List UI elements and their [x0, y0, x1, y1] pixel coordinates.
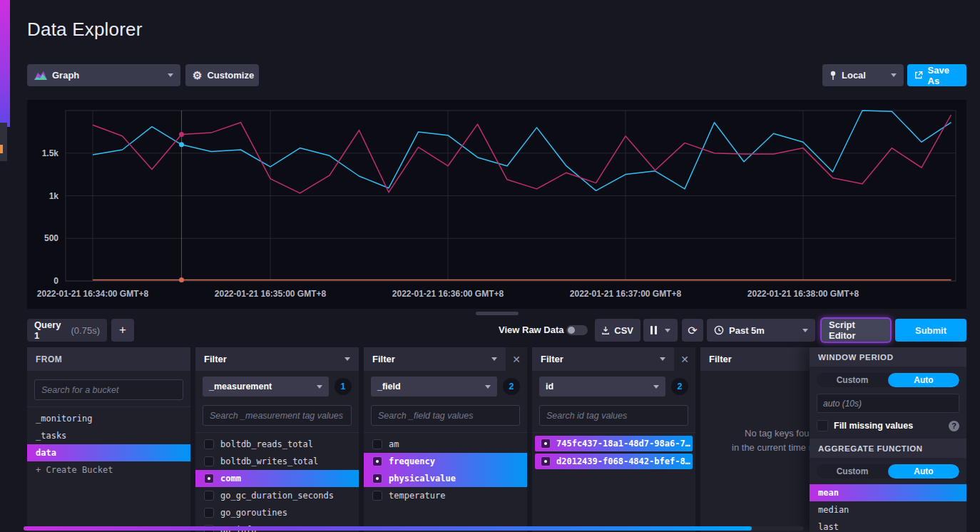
- help-icon[interactable]: ?: [949, 421, 959, 431]
- measurement-list: boltdb_reads_total boltdb_writes_total c…: [195, 432, 359, 532]
- tag-value-item[interactable]: temperature: [364, 487, 527, 504]
- auto-option-selected[interactable]: Auto: [888, 373, 959, 387]
- fill-missing-checkbox[interactable]: [817, 420, 828, 431]
- tag-key-dropdown[interactable]: id: [539, 377, 665, 397]
- script-editor-button[interactable]: Script Editor: [822, 319, 890, 342]
- close-icon: ✕: [680, 354, 689, 365]
- svg-text:0: 0: [53, 276, 58, 286]
- chevron-down-icon: [653, 385, 659, 389]
- submit-label: Submit: [915, 325, 946, 336]
- measurement-search-input[interactable]: Search _measurement tag values: [203, 405, 352, 426]
- view-raw-data-toggle[interactable]: [566, 325, 588, 335]
- aggregate-mode-toggle[interactable]: Custom Auto: [817, 464, 959, 479]
- bucket-item[interactable]: _tasks: [27, 427, 190, 444]
- tag-key-dropdown[interactable]: _measurement: [203, 377, 329, 397]
- filter-panel-field: Filter ✕ _field 2 Search _field tag valu…: [364, 347, 527, 532]
- svg-text:2022-01-21 16:35:00 GMT+8: 2022-01-21 16:35:00 GMT+8: [215, 289, 327, 299]
- tag-value-item[interactable]: go_goroutines: [195, 504, 359, 521]
- pause-button[interactable]: [643, 319, 678, 342]
- tag-value-item-selected[interactable]: comm: [195, 470, 359, 487]
- checkbox[interactable]: [204, 439, 214, 449]
- selected-count-badge: 2: [503, 378, 520, 395]
- checkbox-checked[interactable]: [372, 474, 382, 484]
- bucket-item[interactable]: _monitoring: [27, 410, 190, 427]
- submit-button[interactable]: Submit: [895, 319, 966, 342]
- checkbox[interactable]: [204, 456, 214, 466]
- filter-header[interactable]: Filter: [532, 347, 674, 371]
- view-raw-data-label: View Raw Data: [499, 324, 564, 335]
- filter-panel-measurement: Filter _measurement 1 Search _measuremen…: [195, 347, 359, 532]
- tag-value-item[interactable]: am: [364, 436, 527, 453]
- tag-value-item-selected[interactable]: physicalvalue: [364, 470, 527, 487]
- toggle-knob: [568, 327, 575, 334]
- tag-value-item-selected[interactable]: frequency: [364, 453, 527, 470]
- checkbox-checked[interactable]: [204, 474, 214, 484]
- time-series-chart[interactable]: 05001k1.5k2022-01-21 16:34:00 GMT+82022-…: [27, 100, 966, 309]
- tag-value-item[interactable]: go_gc_duration_seconds: [195, 487, 359, 504]
- query-tab[interactable]: Query 1 (0.75s): [27, 319, 107, 342]
- field-search-input[interactable]: Search _field tag values: [371, 405, 520, 426]
- download-icon: [602, 326, 609, 335]
- export-icon: [914, 71, 923, 80]
- tag-value-item[interactable]: boltdb_writes_total: [195, 453, 359, 470]
- resize-handle[interactable]: [476, 312, 519, 315]
- window-period-mode-toggle[interactable]: Custom Auto: [817, 373, 959, 387]
- chevron-down-icon: [660, 357, 665, 361]
- auto-option-selected[interactable]: Auto: [888, 464, 959, 479]
- tag-key-dropdown[interactable]: _field: [371, 377, 497, 397]
- plus-icon: +: [119, 323, 126, 337]
- bucket-item-selected[interactable]: data: [27, 444, 190, 461]
- tag-value-item-selected[interactable]: 745fc437-18a1-48d7-98a6-7…: [535, 436, 693, 451]
- view-type-dropdown[interactable]: Graph: [27, 64, 180, 86]
- save-as-label: Save As: [928, 65, 959, 86]
- tag-value-item-selected[interactable]: d2012439-f068-4842-bfef-8…: [535, 454, 693, 469]
- horizontal-scrollbar-thumb[interactable]: [24, 526, 752, 531]
- nav-sidebar-notch-icon: [0, 145, 3, 153]
- svg-text:500: 500: [44, 233, 58, 243]
- bucket-search-input[interactable]: Search for a bucket: [34, 379, 183, 400]
- nav-sidebar-sliver: [0, 123, 7, 161]
- checkbox-checked[interactable]: [541, 456, 551, 466]
- window-period-input[interactable]: auto (10s): [817, 394, 959, 413]
- checkbox[interactable]: [372, 491, 382, 501]
- remove-filter-button[interactable]: ✕: [674, 347, 695, 371]
- customize-label: Customize: [207, 70, 254, 81]
- checkbox-checked[interactable]: [372, 456, 382, 466]
- script-editor-label: Script Editor: [829, 319, 883, 341]
- pause-icon: [650, 326, 657, 334]
- left-accent-strip: [0, 0, 10, 127]
- scope-dropdown[interactable]: Local: [822, 64, 904, 86]
- checkbox-checked[interactable]: [541, 439, 551, 449]
- aggregate-function-header: AGGREGATE FUNCTION: [810, 439, 966, 458]
- checkbox[interactable]: [204, 508, 214, 518]
- id-search-input[interactable]: Search id tag values: [539, 405, 688, 426]
- aggregate-function-list: mean median last: [810, 484, 966, 532]
- csv-download-button[interactable]: CSV: [595, 319, 640, 342]
- remove-filter-button[interactable]: ✕: [506, 347, 527, 371]
- time-range-dropdown[interactable]: Past 5m: [707, 319, 815, 342]
- filter-panel-id: Filter ✕ id 2 Search id tag values 745fc…: [532, 347, 695, 532]
- svg-text:2022-01-21 16:36:00 GMT+8: 2022-01-21 16:36:00 GMT+8: [392, 289, 504, 299]
- selected-count-badge: 2: [671, 378, 688, 395]
- save-as-button[interactable]: Save As: [907, 64, 966, 86]
- window-period-header: WINDOW PERIOD: [810, 347, 966, 367]
- tag-value-item[interactable]: boltdb_reads_total: [195, 436, 359, 453]
- function-item[interactable]: median: [810, 501, 966, 518]
- customize-button[interactable]: ⚙ Customize: [185, 64, 259, 86]
- function-item-selected[interactable]: mean: [810, 484, 966, 501]
- checkbox[interactable]: [372, 439, 382, 449]
- checkbox[interactable]: [204, 491, 214, 501]
- function-item[interactable]: last: [810, 518, 966, 532]
- close-icon: ✕: [512, 354, 521, 365]
- custom-option[interactable]: Custom: [817, 373, 888, 387]
- custom-option[interactable]: Custom: [817, 464, 888, 479]
- filter-header[interactable]: Filter: [195, 347, 359, 371]
- field-list: am frequency physicalvalue temperature: [364, 432, 527, 504]
- filter-header[interactable]: Filter: [364, 347, 506, 371]
- chevron-down-icon: [317, 385, 322, 389]
- add-query-button[interactable]: +: [111, 319, 134, 342]
- from-panel: FROM Search for a bucket _monitoring _ta…: [27, 347, 190, 532]
- refresh-button[interactable]: ⟳: [682, 319, 703, 342]
- create-bucket-button[interactable]: + Create Bucket: [27, 461, 190, 479]
- svg-text:2022-01-21 16:34:00 GMT+8: 2022-01-21 16:34:00 GMT+8: [37, 289, 149, 299]
